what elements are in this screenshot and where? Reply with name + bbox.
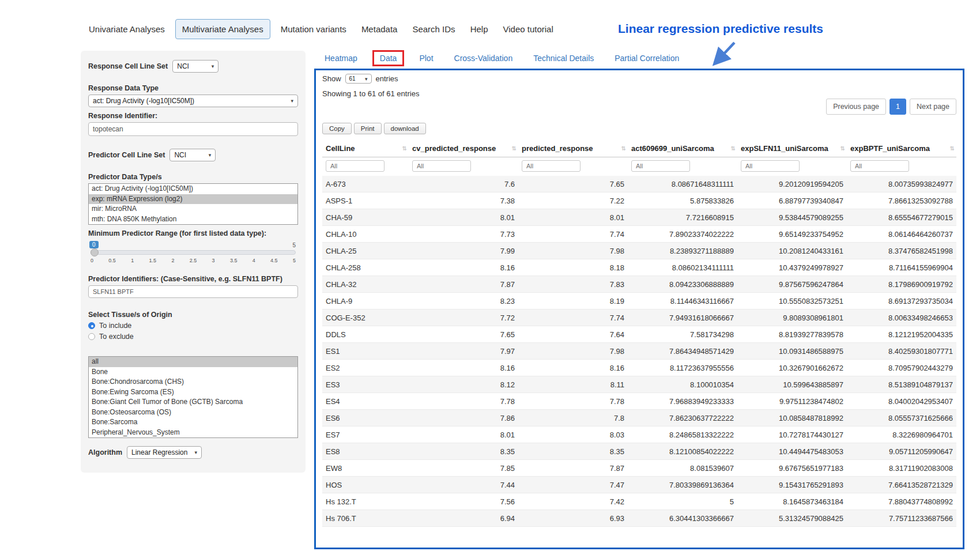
table-header-row: CellLine⇅cv_predicted_response⇅predicted… bbox=[322, 140, 956, 157]
listbox-option[interactable]: Bone:Giant Cell Tumor of Bone (GCTB) Sar… bbox=[89, 397, 297, 407]
nav-tab[interactable]: Help bbox=[466, 20, 493, 39]
listbox-option[interactable]: Bone:Chondrosarcoma (CHS) bbox=[89, 377, 297, 387]
table-row[interactable]: COG-E-3527.727.747.949316180666679.80893… bbox=[322, 310, 956, 326]
table-row[interactable]: ES28.168.168.1172363795555610.3267901662… bbox=[322, 360, 956, 376]
listbox-option[interactable]: Bone bbox=[89, 367, 297, 378]
table-row[interactable]: ES47.787.787.968839492333339.97511238474… bbox=[322, 393, 956, 410]
result-tab[interactable]: Technical Details bbox=[533, 54, 594, 63]
table-row[interactable]: ES78.018.038.2486581332222210.7278174430… bbox=[322, 427, 956, 443]
table-row[interactable]: Hs 706.T6.946.936.304413033666675.313245… bbox=[322, 510, 956, 527]
sort-icon[interactable]: ⇅ bbox=[950, 145, 955, 152]
result-tab[interactable]: Partial Correlation bbox=[615, 54, 679, 63]
value-cell: 8.37476582451998 bbox=[847, 243, 956, 259]
predictor-identifiers-input[interactable] bbox=[88, 285, 298, 298]
listbox-option[interactable]: Bone:Osteosarcoma (OS) bbox=[89, 407, 297, 418]
listbox-option[interactable]: mth: DNA 850K Methylation bbox=[89, 214, 297, 225]
value-cell: 8.01 bbox=[409, 209, 518, 226]
table-row[interactable]: CHLA-2588.168.188.0860213411111110.43792… bbox=[322, 259, 956, 276]
value-cell: 8.11446343116667 bbox=[628, 293, 737, 310]
column-filter-input[interactable] bbox=[741, 160, 800, 172]
table-row[interactable]: CHA-598.018.017.72166089159.538445790892… bbox=[322, 209, 956, 226]
column-header[interactable]: expSLFN11_uniSarcoma⇅ bbox=[737, 140, 847, 157]
nav-tab[interactable]: Metadata bbox=[357, 20, 402, 39]
table-row[interactable]: Hs 132.T7.567.4258.16458734631847.880437… bbox=[322, 493, 956, 510]
column-header[interactable]: CellLine⇅ bbox=[322, 140, 409, 157]
slider-tick-label: 3 bbox=[212, 258, 215, 263]
listbox-option[interactable]: all bbox=[89, 357, 297, 367]
algorithm-select[interactable]: Linear Regression ▾ bbox=[127, 446, 202, 459]
nav-tab[interactable]: Mutation variants bbox=[276, 20, 351, 39]
column-filter-input[interactable] bbox=[850, 160, 909, 172]
entries-select[interactable]: 61 ▾ bbox=[345, 74, 372, 84]
table-row[interactable]: HOS7.447.477.803398691363649.15431765291… bbox=[322, 477, 956, 493]
column-header[interactable]: predicted_response⇅ bbox=[518, 140, 628, 157]
column-header[interactable]: cv_predicted_response⇅ bbox=[409, 140, 518, 157]
response-identifier-input[interactable] bbox=[88, 122, 298, 136]
table-row[interactable]: CHLA-98.238.198.1144634311666710.5550832… bbox=[322, 293, 956, 310]
listbox-option[interactable]: exp: mRNA Expression (log2) bbox=[89, 194, 297, 205]
table-row[interactable]: ES67.867.87.8623063772222210.08584878189… bbox=[322, 410, 956, 427]
export-button[interactable]: Print bbox=[354, 123, 382, 134]
table-row[interactable]: CHLA-257.997.988.2389327118888910.208124… bbox=[322, 243, 956, 259]
tissue-listbox[interactable]: all Bone Bone:Chondrosarcoma (CHS) Bone:… bbox=[88, 356, 298, 438]
listbox-option[interactable]: Peripheral_Nervous_System bbox=[89, 428, 297, 438]
nav-tab[interactable]: Search IDs bbox=[408, 20, 459, 39]
nav-tab[interactable]: Univariate Analyses bbox=[84, 20, 169, 39]
page-number-button[interactable]: 1 bbox=[889, 99, 906, 115]
listbox-option[interactable]: Bone:Sarcoma bbox=[89, 417, 297, 428]
min-predictor-range-slider[interactable]: 0 5 00.511.522.533.544.55 bbox=[91, 250, 296, 263]
sort-icon[interactable]: ⇅ bbox=[402, 145, 407, 152]
table-row[interactable]: DDLS7.657.647.5817342988.819392778395788… bbox=[322, 326, 956, 343]
value-cell: 8.08602134111111 bbox=[628, 259, 737, 276]
result-tab[interactable]: Plot bbox=[419, 54, 433, 63]
value-cell: 8.35 bbox=[518, 443, 628, 460]
table-row[interactable]: A-6737.67.658.086716483111119.2012091959… bbox=[322, 176, 956, 193]
export-button[interactable]: Copy bbox=[322, 123, 352, 134]
previous-page-button[interactable]: Previous page bbox=[826, 99, 886, 115]
value-cell: 5.31324579088425 bbox=[737, 510, 847, 527]
result-tab[interactable]: Data bbox=[372, 50, 405, 66]
sort-icon[interactable]: ⇅ bbox=[512, 145, 517, 152]
column-filter-input[interactable] bbox=[412, 160, 471, 172]
column-filter-input[interactable] bbox=[631, 160, 690, 172]
predictor-cell-line-set-select[interactable]: NCI ▾ bbox=[169, 149, 216, 161]
slider-tick-label: 1 bbox=[131, 258, 134, 263]
radio-to-exclude[interactable]: To exclude bbox=[88, 333, 298, 341]
sort-icon[interactable]: ⇅ bbox=[621, 145, 626, 152]
column-header[interactable]: expBPTF_uniSarcoma⇅ bbox=[847, 140, 956, 157]
sort-icon[interactable]: ⇅ bbox=[731, 145, 736, 152]
predictor-data-types-listbox[interactable]: act: Drug Activity (-log10[IC50M]) exp: … bbox=[88, 183, 298, 225]
column-filter-input[interactable] bbox=[522, 160, 581, 172]
value-cell: 7.65 bbox=[409, 326, 518, 343]
listbox-option[interactable]: act: Drug Activity (-log10[IC50M]) bbox=[89, 184, 297, 194]
table-row[interactable]: ES38.128.118.10001035410.5996438858978.5… bbox=[322, 376, 956, 393]
sort-icon[interactable]: ⇅ bbox=[840, 145, 845, 152]
column-header[interactable]: act609699_uniSarcoma⇅ bbox=[628, 140, 737, 157]
cellline-cell: ES3 bbox=[322, 376, 409, 393]
radio-to-include[interactable]: To include bbox=[88, 322, 298, 330]
next-page-button[interactable]: Next page bbox=[910, 99, 956, 115]
table-row[interactable]: CHLA-107.737.747.890233740222229.6514923… bbox=[322, 226, 956, 243]
result-tab[interactable]: Heatmap bbox=[325, 54, 357, 63]
response-data-type-select[interactable]: act: Drug Activity (-log10[IC50M]) ▾ bbox=[88, 95, 298, 107]
table-row[interactable]: ES88.358.358.1210085402222210.4494475483… bbox=[322, 443, 956, 460]
column-filter-input[interactable] bbox=[326, 160, 385, 172]
top-nav: Univariate Analyses Multivariate Analyse… bbox=[84, 19, 558, 39]
export-button[interactable]: download bbox=[384, 123, 426, 134]
cellline-cell: A-673 bbox=[322, 176, 409, 193]
table-row[interactable]: ASPS-17.387.225.8758338266.8879773934084… bbox=[322, 193, 956, 209]
result-tab[interactable]: Cross-Validation bbox=[454, 54, 513, 63]
slider-handle[interactable] bbox=[91, 248, 99, 256]
nav-tab[interactable]: Video tutorial bbox=[498, 20, 557, 39]
nav-tab[interactable]: Multivariate Analyses bbox=[175, 19, 270, 39]
tissue-label: Select Tissue/s of Origin bbox=[88, 311, 298, 319]
response-cell-line-set-select[interactable]: NCI ▾ bbox=[172, 60, 218, 73]
listbox-option[interactable]: Bone:Ewing Sarcoma (ES) bbox=[89, 387, 297, 398]
table-row[interactable]: CHLA-327.877.838.094233068888899.8756759… bbox=[322, 276, 956, 293]
listbox-option[interactable]: mir: MicroRNA bbox=[89, 204, 297, 214]
slider-track[interactable] bbox=[91, 250, 296, 255]
value-cell: 7.8 bbox=[518, 410, 628, 427]
table-row[interactable]: ES17.977.987.8643494857142910.0931486588… bbox=[322, 343, 956, 360]
page: Univariate Analyses Multivariate Analyse… bbox=[0, 0, 980, 551]
table-row[interactable]: EW87.857.878.0815396079.676756519771838.… bbox=[322, 460, 956, 477]
